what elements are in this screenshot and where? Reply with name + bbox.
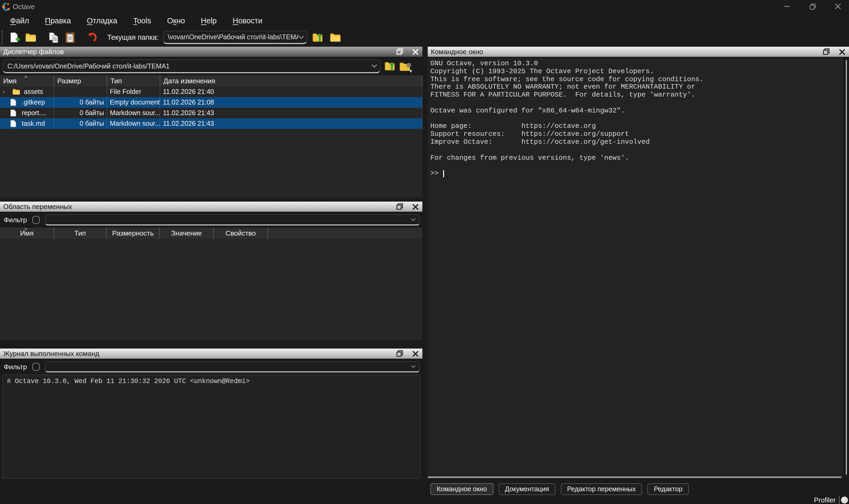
menu-item-отладка[interactable]: Отладка	[79, 14, 125, 28]
terminal-line	[430, 99, 849, 107]
copy-button[interactable]	[48, 31, 60, 44]
file-size-cell: 0 байты	[54, 118, 107, 129]
file-row-assets[interactable]: ›assetsFile Folder11.02.2026 21:40	[0, 87, 422, 97]
terminal-output[interactable]: GNU Octave, version 10.3.0Copyright (C) …	[428, 58, 849, 477]
undo-button[interactable]	[86, 31, 98, 44]
terminal-line	[430, 115, 849, 123]
one-directory-up-button[interactable]	[384, 61, 396, 72]
dock-tab-документация[interactable]: Документация	[499, 483, 555, 495]
file-date-cell: 11.02.2026 21:43	[160, 108, 422, 118]
file-browser-path-combobox[interactable]: C:/Users/vovan/OneDrive/Рабочий стол/it-…	[3, 59, 380, 73]
menu-item-tools[interactable]: Tools	[125, 14, 159, 28]
workspace-titlebar[interactable]: Область переменных	[0, 202, 422, 212]
expand-chevron-icon[interactable]: ›	[1, 89, 6, 95]
menu-item-новости[interactable]: Новости	[225, 14, 270, 28]
file-type-cell: Markdown sour...	[107, 118, 160, 129]
file-type-cell: File Folder	[107, 87, 160, 97]
column-header-дата-изменения[interactable]: Дата изменения	[160, 75, 422, 87]
window-titlebar[interactable]: Octave	[0, 0, 849, 13]
history-list[interactable]: # Octave 10.3.0, Wed Feb 11 21:30:32 202…	[2, 375, 420, 479]
column-header-размер[interactable]: Размер	[54, 75, 107, 87]
workspace-table-body	[0, 239, 422, 340]
file-row-.gitkeep[interactable]: .gitkeep0 байтыEmpty document11.02.2026 …	[0, 97, 422, 108]
current-folder-combobox[interactable]: \vovan\OneDrive\Рабочий стол\it-labs\TEM…	[163, 31, 307, 44]
filter-checkbox[interactable]	[32, 363, 39, 371]
undock-panel-icon[interactable]	[396, 349, 404, 358]
octave-logo-icon	[2, 2, 11, 11]
file-name-cell: task.md	[0, 118, 54, 129]
menu-item-правка[interactable]: Правка	[37, 14, 79, 28]
history-filter-row: Фильтр	[0, 360, 422, 374]
file-size-cell: 0 байты	[54, 97, 107, 108]
column-header-значение[interactable]: Значение	[160, 228, 214, 239]
filter-label: Фильтр	[4, 216, 27, 224]
filter-checkbox[interactable]	[32, 216, 39, 224]
column-header-тип[interactable]: Тип	[107, 75, 160, 87]
close-panel-icon[interactable]	[411, 349, 419, 358]
undock-panel-icon[interactable]	[396, 48, 404, 56]
file-icon	[10, 120, 18, 127]
file-icon	[10, 99, 18, 106]
file-name: report....	[22, 109, 47, 117]
menu-item-help[interactable]: Help	[193, 14, 225, 28]
file-name: .gitkeep	[22, 99, 45, 106]
close-panel-icon[interactable]	[411, 203, 419, 211]
file-browser-path-row: C:/Users/vovan/OneDrive/Рабочий стол/it-…	[0, 58, 422, 75]
command-window-title: Командное окно	[431, 48, 483, 56]
menu-item-файл[interactable]: Файл	[2, 14, 37, 28]
dock-tab-редактор[interactable]: Редактор	[647, 483, 689, 495]
history-filter-combobox[interactable]	[45, 361, 419, 373]
column-header-тип[interactable]: Тип	[54, 228, 107, 239]
restore-button[interactable]	[809, 3, 816, 10]
file-date-cell: 11.02.2026 21:43	[160, 118, 422, 129]
minimize-button[interactable]	[783, 3, 791, 10]
dock-tab-командное-окно[interactable]: Командное окно	[430, 483, 493, 495]
profiler-status-indicator[interactable]	[841, 496, 848, 503]
status-separator	[839, 496, 839, 504]
file-table-header[interactable]: ˄ ИмяРазмерТипДата изменения	[0, 75, 422, 87]
prompt-line: >>	[430, 170, 849, 178]
column-header-свойство[interactable]: Свойство	[214, 228, 268, 239]
file-table-body: ›assetsFile Folder11.02.2026 21:40.gitke…	[0, 87, 422, 129]
terminal-line: Home page: https://octave.org	[430, 123, 849, 131]
terminal-line: Copyright (C) 1993-2025 The Octave Proje…	[430, 68, 849, 76]
file-row-task.md[interactable]: task.md0 байтыMarkdown sour...11.02.2026…	[0, 118, 422, 129]
column-header-filler	[268, 228, 422, 239]
file-icon	[10, 109, 18, 117]
close-panel-icon[interactable]	[838, 48, 846, 56]
folder-actions-button[interactable]: ⚙ ▼	[399, 61, 411, 72]
text-cursor	[443, 170, 444, 177]
command-window-titlebar[interactable]: Командное окно	[428, 47, 849, 57]
history-entry[interactable]: # Octave 10.3.0, Wed Feb 11 21:30:32 202…	[7, 378, 420, 386]
history-titlebar[interactable]: Журнал выполненных команд	[0, 348, 422, 359]
close-panel-icon[interactable]	[411, 48, 419, 56]
workspace-table-header[interactable]: ˄ ИмяТипРазмерностьЗначениеСвойство	[0, 228, 422, 239]
file-browser-title: Диспетчер файлов	[3, 48, 64, 56]
dock-tab-редактор-переменных[interactable]: Редактор переменных	[561, 483, 642, 495]
toolbar-drag-handle[interactable]	[1, 31, 4, 44]
workspace-filter-combobox[interactable]	[45, 214, 419, 226]
file-browser-titlebar[interactable]: Диспетчер файлов	[0, 47, 422, 57]
one-directory-up-button[interactable]	[311, 31, 324, 44]
scrollbar-handle[interactable]	[846, 60, 847, 475]
horizontal-scrollbar[interactable]	[428, 476, 842, 478]
sort-ascending-icon: ˄	[24, 74, 27, 79]
terminal-line	[430, 146, 849, 155]
filter-label: Фильтр	[4, 363, 27, 371]
vertical-scrollbar[interactable]	[843, 58, 849, 477]
paste-button[interactable]	[64, 31, 76, 44]
history-title: Журнал выполненных команд	[3, 349, 99, 358]
open-file-button[interactable]	[24, 31, 37, 44]
main-toolbar: Текущая папка: \vovan\OneDrive\Рабочий с…	[0, 29, 849, 46]
menu-item-окно[interactable]: Окно	[159, 14, 193, 28]
terminal-line: Octave was configured for "x86_64-w64-mi…	[430, 107, 849, 115]
column-header-размерность[interactable]: Размерность	[107, 228, 160, 239]
file-name: assets	[24, 88, 43, 95]
close-window-button[interactable]	[834, 3, 842, 10]
new-script-button[interactable]	[8, 31, 21, 44]
browse-directories-button[interactable]	[329, 31, 342, 44]
undock-panel-icon[interactable]	[396, 203, 404, 211]
file-row-report....[interactable]: report....0 байтыMarkdown sour...11.02.2…	[0, 108, 422, 118]
command-window-panel: Командное окно GNU Octave, version 10.3.…	[428, 47, 849, 475]
undock-panel-icon[interactable]	[823, 48, 830, 56]
